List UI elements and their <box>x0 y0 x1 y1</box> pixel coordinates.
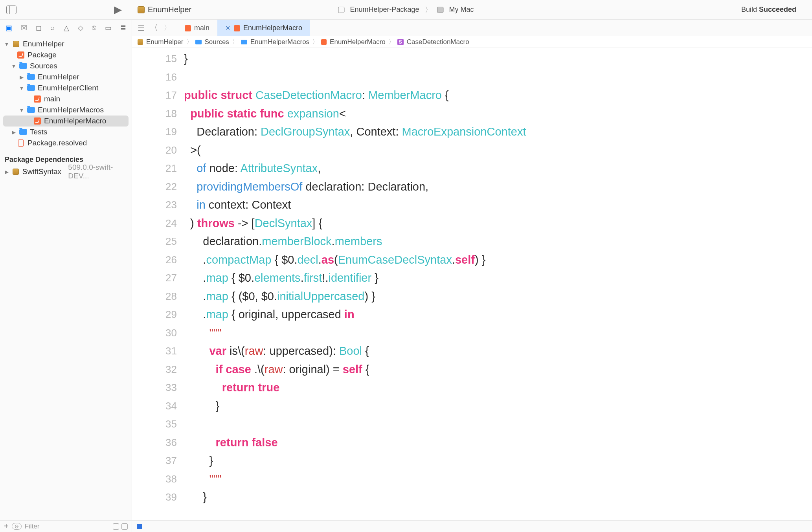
related-items-icon[interactable]: ☰ <box>138 23 145 33</box>
scheme-selector[interactable]: EnumHelper-Package <box>350 6 419 14</box>
file-icon <box>18 139 24 147</box>
filter-field[interactable]: Filter <box>25 523 40 530</box>
run-button[interactable]: ▶ <box>114 4 122 16</box>
project-root-row[interactable]: ▼ EnumHelper <box>0 39 132 50</box>
enumhelper-folder-row[interactable]: ▶ EnumHelper <box>0 72 132 83</box>
folder-icon <box>19 63 27 69</box>
toggle-left-panel-button[interactable] <box>6 6 17 14</box>
enumhelpermacro-file-row[interactable]: EnumHelperMacro <box>3 116 129 127</box>
package-resolved-row[interactable]: Package.resolved <box>0 138 132 149</box>
swift-file-icon <box>321 39 327 45</box>
chevron-right-icon: 〉 <box>425 5 432 15</box>
editor-status-bar <box>132 520 812 532</box>
nav-forward-icon[interactable]: 〉 <box>164 22 171 33</box>
tab-main[interactable]: main <box>177 20 217 36</box>
build-status: Build Succeeded <box>741 6 796 14</box>
project-navigator: ▼ EnumHelper Package ▼ Sources ▶ EnumHel… <box>0 36 132 520</box>
titlebar: ▶ EnumHelper EnumHelper-Package 〉 My Mac… <box>0 0 812 20</box>
chevron-right-icon: 〉 <box>312 39 318 46</box>
issue-navigator-icon[interactable]: △ <box>64 24 69 32</box>
folder-icon <box>27 74 35 80</box>
breakpoint-navigator-icon[interactable]: ▭ <box>105 24 112 32</box>
package-icon <box>13 169 19 175</box>
swift-file-icon <box>17 51 24 59</box>
debug-area-toggle-icon[interactable] <box>137 524 142 529</box>
debug-navigator-icon[interactable]: ⎋ <box>92 24 97 32</box>
folder-icon <box>241 40 247 44</box>
package-icon <box>138 39 143 45</box>
tests-folder-row[interactable]: ▶ Tests <box>0 127 132 138</box>
line-number-gutter: 1516171819202122232425262728293031323334… <box>132 48 184 520</box>
sources-folder-row[interactable]: ▼ Sources <box>0 61 132 72</box>
add-button[interactable]: + <box>4 522 9 531</box>
find-navigator-icon[interactable]: ⌕ <box>50 24 55 32</box>
project-title: EnumHelper <box>138 5 191 14</box>
swift-file-icon <box>34 95 41 103</box>
swift-file-icon <box>185 25 191 31</box>
editor-tab-bar: ☰ 〈 〉 main ✕ EnumHelperMacro <box>132 20 812 36</box>
package-swift-row[interactable]: Package <box>0 50 132 61</box>
project-navigator-icon[interactable]: ▣ <box>6 24 12 32</box>
package-icon <box>13 41 19 47</box>
chevron-right-icon: 〉 <box>389 39 394 46</box>
close-tab-icon[interactable]: ✕ <box>225 24 231 32</box>
destination-selector[interactable]: My Mac <box>449 6 474 14</box>
filter-scope-button[interactable]: ⊖ <box>12 523 22 530</box>
enumhelpermacros-folder-row[interactable]: ▼ EnumHelperMacros <box>0 105 132 116</box>
code-area[interactable]: }public struct CaseDetectionMacro: Membe… <box>184 48 812 520</box>
main-swift-row[interactable]: main <box>0 94 132 105</box>
struct-symbol-icon: S <box>397 39 404 45</box>
test-navigator-icon[interactable]: ◇ <box>78 24 83 32</box>
source-editor[interactable]: 1516171819202122232425262728293031323334… <box>132 48 812 520</box>
report-navigator-icon[interactable]: ≣ <box>120 24 126 32</box>
scheme-icon <box>338 7 344 13</box>
swift-file-icon <box>34 117 41 125</box>
tab-enumhelpermacro[interactable]: ✕ EnumHelperMacro <box>217 20 310 36</box>
folder-icon <box>195 40 202 44</box>
jump-bar[interactable]: EnumHelper 〉 Sources 〉 EnumHelperMacros … <box>132 36 812 48</box>
mac-icon <box>437 7 444 13</box>
nav-back-icon[interactable]: 〈 <box>150 22 158 33</box>
bookmark-navigator-icon[interactable]: ◻ <box>36 24 42 32</box>
recent-files-icon[interactable] <box>113 523 119 530</box>
scm-status-icon[interactable] <box>121 523 128 530</box>
swift-file-icon <box>234 25 240 31</box>
project-name: EnumHelper <box>148 5 191 14</box>
chevron-right-icon: 〉 <box>187 39 192 46</box>
enumhelperclient-folder-row[interactable]: ▼ EnumHelperClient <box>0 83 132 94</box>
source-control-navigator-icon[interactable]: ☒ <box>21 24 27 32</box>
folder-icon <box>27 85 35 91</box>
package-icon <box>138 6 145 13</box>
dependency-row[interactable]: ▶ SwiftSyntax 509.0.0-swift-DEV... <box>0 166 132 177</box>
folder-icon <box>27 107 35 113</box>
navigator-bottom-bar: + ⊖ Filter <box>0 520 132 532</box>
chevron-right-icon: 〉 <box>232 39 238 46</box>
folder-icon <box>19 129 27 135</box>
navigator-toolbar: ▣ ☒ ◻ ⌕ △ ◇ ⎋ ▭ ≣ <box>0 20 132 36</box>
